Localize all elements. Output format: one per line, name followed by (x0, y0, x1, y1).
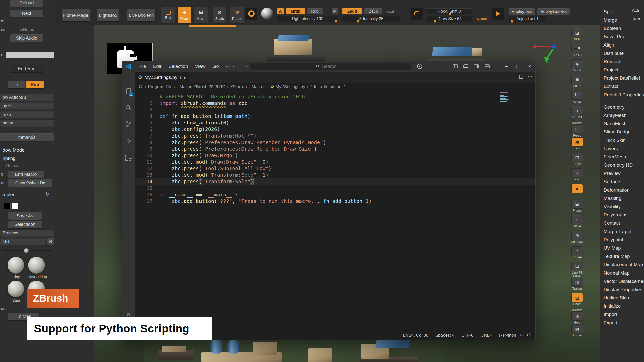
menu-item-remesh[interactable]: Remesh (600, 57, 644, 66)
slider-knob[interactable] (335, 20, 337, 23)
shelf-ghost-button[interactable]: ▧ (571, 293, 583, 302)
adjust-last-slider[interactable]: AdjustLast 1 (509, 16, 546, 22)
edit-tool-button[interactable]: Edit (161, 7, 175, 23)
account-icon[interactable] (416, 63, 423, 69)
breadcrumb-item[interactable]: C: (139, 84, 143, 89)
txt-button[interactable]: Txt (8, 81, 25, 88)
light-field[interactable] (6, 52, 54, 58)
menu-item-project-basrelief[interactable]: Project BasRelief (600, 74, 644, 82)
shelf-xyz-button[interactable]: ◬ (571, 168, 583, 177)
menu-item-nanomesh[interactable]: NanoMesh (600, 119, 644, 128)
unsaved-dot-icon[interactable]: ● (184, 75, 186, 80)
status-indentation[interactable]: Spaces: 4 (435, 333, 455, 338)
shelf-persp-button[interactable]: ◺ (571, 124, 583, 133)
menu-go[interactable]: Go (209, 63, 222, 70)
slider-knob[interactable] (434, 20, 436, 23)
menu-item-deformation[interactable]: Deformation (600, 186, 644, 194)
customize-layout-icon[interactable] (484, 63, 490, 69)
menu-item-slime-bridge[interactable]: Slime Bridge (600, 128, 644, 136)
menu-item-initialize[interactable]: Initialize (600, 302, 644, 310)
menu-item-unified-skin[interactable]: Unified Skin (600, 294, 644, 302)
menu-item-export[interactable]: Export (600, 319, 644, 327)
move-tool-button[interactable]: M Move (194, 7, 208, 23)
menu-item-contact[interactable]: Contact (600, 219, 644, 227)
focal-button[interactable] (411, 8, 423, 20)
refresh-icon[interactable]: ↻ (45, 191, 50, 197)
show-actions-slider[interactable]: ow Actions 1 (0, 94, 54, 101)
delay-slider[interactable]: ay 0 (0, 102, 54, 109)
shelf-move-button[interactable]: ◇ (571, 215, 583, 224)
r-button[interactable]: R (47, 238, 54, 245)
shelf-zoom3d-button[interactable]: ◎ (571, 231, 583, 240)
shelf-floor-button[interactable]: ▦ (571, 137, 583, 146)
lightbox-scroll-strip[interactable] (189, 25, 236, 27)
menu-view[interactable]: View (192, 63, 209, 70)
skip-audio-button[interactable]: Skip Audio (10, 34, 43, 42)
focal-shift-slider[interactable]: Focal Shift 0 (427, 8, 472, 14)
toggle-secondary-sidebar-icon[interactable] (473, 63, 480, 69)
command-search-box[interactable] (250, 63, 411, 70)
menu-item-redshift-properties[interactable]: Redshift Properties (600, 90, 644, 99)
zadd-button[interactable]: Zadd (342, 8, 362, 14)
color-swatch-primary[interactable] (4, 203, 11, 209)
menu-item-arraymesh[interactable]: ArrayMesh (600, 111, 644, 119)
menu-item-distribute[interactable]: Distribute (600, 49, 644, 57)
menu-item-masking[interactable]: Masking (600, 194, 644, 202)
breadcrumb[interactable]: C:›Program Files›Maxon ZBrush 2026 RC›ZS… (135, 83, 535, 91)
adjust-button[interactable] (492, 8, 504, 20)
shelf-icon-button-button[interactable]: ◆ (571, 184, 583, 193)
status-encoding[interactable]: UTF-8 (461, 333, 473, 338)
zcut-button[interactable]: Zcut (386, 9, 394, 14)
nav-back-button[interactable]: ← (232, 63, 237, 69)
feedback-icon[interactable]: ☺ (520, 332, 524, 338)
menu-item-polypaint[interactable]: Polypaint (600, 236, 644, 244)
code-editor[interactable]: 1# ZBRUSH MACRO - Recorded in ZBrush ver… (135, 91, 535, 331)
shelf-spix-3-button[interactable] (571, 44, 583, 53)
commands-button[interactable]: mmands (0, 133, 54, 141)
live-boolean-button[interactable]: Live Boolean (127, 9, 155, 21)
menu-item-bevel-pro[interactable]: Bevel Pro (600, 32, 644, 41)
draw-tool-button[interactable]: + Draw (178, 7, 191, 23)
menu-selection[interactable]: Selection (165, 63, 191, 70)
status-cursor-position[interactable]: Ln 14, Col 30 (403, 333, 428, 338)
end-macro-button[interactable]: End Macro (8, 171, 44, 178)
maximize-button[interactable]: □ (512, 61, 524, 72)
minimap[interactable] (500, 92, 516, 104)
breadcrumb-item[interactable]: Program Files (148, 84, 175, 89)
menu-item-thick-skin[interactable]: Thick Skin (600, 136, 644, 144)
slider-knob[interactable] (24, 248, 29, 253)
source-control-icon[interactable] (124, 120, 132, 128)
search-activity-icon[interactable] (124, 104, 132, 112)
save-as-button[interactable]: Save As (8, 212, 42, 220)
extensions-icon[interactable] (124, 154, 132, 162)
minimize-button[interactable]: ─ (501, 61, 512, 72)
zsub-button[interactable]: Zsub (364, 8, 382, 14)
shelf-solo-button[interactable]: ◍ (571, 311, 583, 321)
shelf-frame-button[interactable]: ▣ (571, 200, 583, 209)
shelf-xpose-button[interactable]: ▨ (571, 324, 583, 333)
draw-size-slider[interactable]: Draw Size 64 (427, 16, 472, 22)
color-swatch-secondary[interactable] (12, 203, 18, 209)
update-row[interactable]: odate (0, 119, 54, 127)
menu-item-geometry-hd[interactable]: Geometry HD (600, 161, 644, 169)
menu-item-surface[interactable]: Surface (600, 177, 644, 186)
menu-item-morph-target[interactable]: Morph Target (600, 227, 644, 236)
vscode-titlebar[interactable]: FileEditSelectionViewGo··· ← → (122, 61, 535, 72)
shelf-bpr-button[interactable]: ◪ (571, 28, 583, 37)
menu-item-fibermesh[interactable]: FiberMesh (600, 153, 644, 161)
breadcrumb-item[interactable]: Macros (252, 84, 266, 89)
menu-item-import[interactable]: Import (600, 310, 644, 319)
menu-edit[interactable]: Edit (150, 63, 165, 70)
toggle-sidebar-icon[interactable] (452, 63, 459, 69)
split-editor-icon[interactable]: ◫ (519, 74, 524, 79)
shelf-line-fill-polyf-button[interactable]: ▤ (571, 262, 583, 270)
lightbox-button[interactable]: LightBox (97, 9, 119, 21)
open-python-doc-button[interactable]: Open Python Do (8, 179, 52, 187)
more-actions-icon[interactable]: ⋯ (528, 74, 532, 79)
shelf-scroll-button[interactable]: ◈ (571, 59, 583, 68)
shelf-actual-button[interactable]: 1:1 (571, 90, 583, 100)
status-language[interactable]: {} Python (499, 333, 516, 338)
stroke-button[interactable] (245, 8, 257, 20)
menu-item-display-properties[interactable]: Display Properties (600, 285, 644, 294)
slider-knob[interactable] (449, 13, 451, 15)
